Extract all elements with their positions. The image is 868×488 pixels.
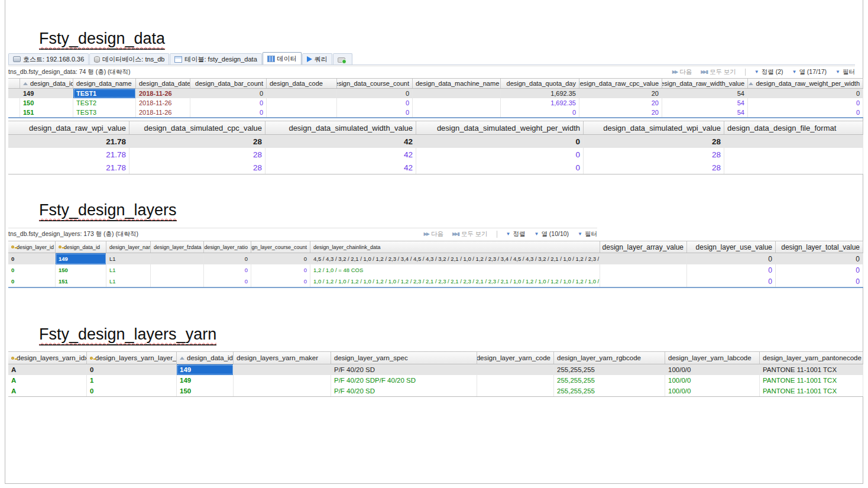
cell-design_layer_yarn_rgbcode[interactable]: 255,255,255 [554,386,665,396]
cell-design_data_simulated_cpc_value[interactable]: 28 [129,135,265,148]
cell-design_data_machine_name[interactable] [413,98,501,108]
cell-design_data_raw_wpi_value[interactable]: 21.78 [8,161,129,174]
column-header-design_layer_yarn_spec[interactable]: design_layer_yarn_spec [331,352,477,364]
cell-design_data_id[interactable]: 149 [177,375,234,386]
cell-design_data_raw_weight_per_width[interactable]: 0 [748,98,863,108]
table-row[interactable]: 0150L1001,2 / 1,0 / = 48 COS00 [8,264,863,276]
cell-design_layer_total_value[interactable]: 0 [776,264,863,276]
cell-design_layers_yarn_maker[interactable] [234,364,331,375]
cell-design_layers_yarn_layer_id[interactable]: 0 [87,364,177,375]
cell-design_data_id[interactable]: 149 [177,364,234,375]
cell-design_data_name[interactable]: TEST3 [73,108,136,117]
column-header-design_data_date[interactable]: design_data_date [136,79,190,88]
column-header-design_data_raw_wpi_value[interactable]: design_data_raw_wpi_value [8,121,129,134]
column-header-design_data_simulated_cpc_value[interactable]: design_data_simulated_cpc_value [129,121,265,134]
cell-design_data_simulated_weight_per_width[interactable]: 0 [416,148,584,161]
tab-host[interactable]: 호스트: 192.168.0.36 [8,53,89,64]
table-row[interactable]: 21.782842028 [8,161,863,174]
cell-design_layer_array_value[interactable] [600,264,687,276]
cell-design_data_raw_cpc_value[interactable]: 20 [579,89,662,98]
cell-design_data_simulated_wpi_value[interactable]: 28 [584,135,724,148]
column-header-design_layer_fzdata[interactable]: design_layer_fzdata [151,241,204,253]
cell-design_data_date[interactable]: 2018-11-26 [136,89,190,98]
cell-design_layer_course_count[interactable]: 0 [251,253,310,264]
tab-query[interactable]: 쿼리 [302,53,332,64]
cell-design_data_design_file_format[interactable] [724,148,863,161]
cell-design_layer_yarn_spec[interactable]: P/F 40/20 SDP/F 40/20 SD [331,375,477,386]
cell-design_data_id[interactable]: 151 [20,108,73,117]
table-row[interactable]: 151TEST32018-11-2600020540 [8,108,863,117]
tab-table[interactable]: 테이블: fsty_design_data [170,53,261,64]
cell-design_layer_yarn_labcode[interactable]: 100/0/0 [665,364,760,375]
cell-design_layer_yarn_rgbcode[interactable]: 255,255,255 [554,364,665,375]
column-header-design_data_machine_name[interactable]: design_data_machine_name [413,79,501,88]
column-header-design_data_course_count[interactable]: design_data_course_count [337,79,413,88]
cell-design_data_machine_name[interactable] [413,108,501,117]
cell-design_data_id[interactable]: 150 [177,386,234,396]
cell-design_layers_yarn_layer_id[interactable]: 1 [87,375,177,386]
cell-design_data_raw_width_value[interactable]: 54 [662,98,748,108]
cell-design_layer_name[interactable]: L1 [106,264,151,276]
cell-design_data_code[interactable] [267,89,337,98]
cell-design_data_design_file_format[interactable] [724,161,863,174]
column-header-design_data_simulated_weight_per_width[interactable]: design_data_simulated_weight_per_width [416,121,584,134]
cell-design_layers_yarn_idx[interactable]: A [8,386,87,396]
cell-design_data_raw_width_value[interactable]: 54 [662,89,748,98]
cell-design_data_id[interactable]: 149 [20,89,73,98]
filter-dropdown[interactable]: ▼필터 [578,230,597,238]
column-header-design_layer_yarn_labcode[interactable]: design_layer_yarn_labcode [665,352,760,364]
cell-design_layer_yarn_pantonecode[interactable]: PANTONE 11-1001 TCX [760,375,863,386]
cell-design_layer_yarn_code[interactable] [477,364,554,375]
cell-design_layers_yarn_maker[interactable] [234,375,331,386]
column-header-design_data_design_file_format[interactable]: design_data_design_file_format [724,121,863,134]
cell-design_layer_ratio[interactable]: 0 [204,253,251,264]
column-header-design_layer_yarn_rgbcode[interactable]: design_layer_yarn_rgbcode [554,352,665,364]
tab-data[interactable]: 데이터 [263,52,302,64]
cell-design_data_simulated_width_value[interactable]: 42 [265,135,416,148]
table-row[interactable]: 150TEST22018-11-26001,692.3520540 [8,98,863,108]
column-header-design_data_raw_weight_per_width[interactable]: design_data_raw_weight_per_width [748,79,863,88]
column-header-design_layer_total_value[interactable]: design_layer_total_value [776,241,863,253]
view-all-button[interactable]: ▶▶▮모두 보기 [452,230,488,238]
tab-new-connection[interactable] [333,53,352,64]
cell-design_data_simulated_cpc_value[interactable]: 28 [129,161,265,174]
cell-design_layer_course_count[interactable]: 0 [251,276,310,287]
cell-design_layer_course_count[interactable]: 0 [251,264,310,276]
table-row[interactable]: 149TEST12018-11-26001,692.3520540 [8,89,863,98]
cell-design_data_simulated_wpi_value[interactable]: 28 [584,148,724,161]
table-row[interactable]: 0149L1004,5 / 4,3 / 3,2 / 2,1 / 1,0 / 1,… [8,253,863,264]
column-header-design_data_raw_cpc_value[interactable]: design_data_raw_cpc_value [579,79,662,88]
cell-design_data_id[interactable]: 150 [20,98,73,108]
cell-design_layer_name[interactable]: L1 [106,253,151,264]
cell-design_layer_yarn_spec[interactable]: P/F 40/20 SD [331,386,477,396]
cell-design_layer_chainlink_data[interactable]: 1,0 / 1,2 / 1,0 / 1,2 / 1,0 / 1,2 / 1,0 … [310,276,600,287]
view-all-button[interactable]: ▶▶▮모두 보기 [701,68,736,76]
cell-gutter[interactable] [8,108,20,117]
cell-design_data_id[interactable]: 149 [56,253,106,264]
cell-design_layer_yarn_spec[interactable]: P/F 40/20 SD [331,364,477,375]
cell-design_layer_yarn_labcode[interactable]: 100/0/0 [665,386,760,396]
cell-design_layer_name[interactable]: L1 [106,276,151,287]
cell-design_layer_yarn_rgbcode[interactable]: 255,255,255 [554,375,665,386]
table-row[interactable]: 0151L1001,0 / 1,2 / 1,0 / 1,2 / 1,0 / 1,… [8,276,863,287]
cell-design_data_quota_day[interactable]: 1,692.35 [501,89,579,98]
cell-design_layer_yarn_code[interactable] [477,386,554,396]
cell-design_layer_use_value[interactable]: 0 [687,253,776,264]
cell-design_data_quota_day[interactable]: 0 [501,108,579,117]
cell-gutter[interactable] [8,89,20,98]
column-header-design_layer_course_count[interactable]: design_layer_course_count [251,241,310,253]
cell-design_data_id[interactable]: 150 [56,264,106,276]
column-header-design_layer_yarn_pantonecode[interactable]: design_layer_yarn_pantonecode [760,352,863,364]
sort-dropdown[interactable]: ▼정렬 [506,230,526,238]
table-row[interactable]: A1149P/F 40/20 SDP/F 40/20 SD255,255,255… [8,375,863,386]
table-row[interactable]: A0149P/F 40/20 SD255,255,255100/0/0PANTO… [8,364,863,375]
column-header-design_data_id[interactable]: design_data_id [56,241,106,253]
cell-design_data_date[interactable]: 2018-11-26 [136,108,190,117]
cell-design_layer_total_value[interactable]: 0 [776,276,863,287]
filter-dropdown[interactable]: ▼필터 [835,68,855,76]
cell-design_layers_yarn_idx[interactable]: A [8,364,87,375]
table-row[interactable]: 21.782842028 [8,135,863,148]
column-header-design_layer_ratio[interactable]: design_layer_ratio [204,241,251,253]
cell-design_data_raw_width_value[interactable]: 54 [662,108,748,117]
cell-design_data_bar_count[interactable]: 0 [190,108,267,117]
